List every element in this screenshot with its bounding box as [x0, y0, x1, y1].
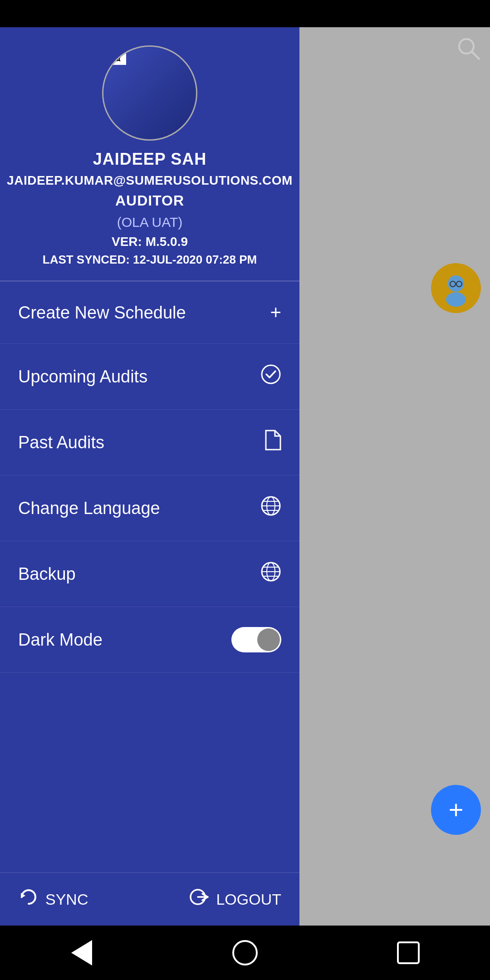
drawer-panel: JAIDEEP SAH JAIDEEP.KUMAR@SUMERUSOLUTION… — [0, 27, 299, 926]
globe-icon-language — [260, 495, 281, 521]
navigation-bar — [0, 926, 490, 980]
home-circle-icon — [232, 940, 258, 965]
avatar — [102, 45, 197, 141]
profile-version: VER: M.5.0.9 — [112, 235, 188, 249]
logout-button[interactable]: LOGOUT — [189, 887, 281, 912]
sync-button[interactable]: SYNC — [18, 887, 88, 912]
toggle-knob — [257, 628, 280, 651]
avatar-image — [103, 47, 196, 139]
menu-item-backup[interactable]: Backup — [0, 541, 299, 607]
fab-plus-icon: + — [449, 797, 464, 823]
menu-item-change-language-label: Change Language — [18, 499, 160, 518]
bottom-bar: SYNC LOGOUT — [0, 872, 299, 926]
avatar-image-icon — [108, 51, 126, 65]
dark-mode-toggle[interactable] — [231, 627, 281, 652]
back-triangle-icon — [71, 940, 92, 965]
logout-label: LOGOUT — [216, 891, 281, 908]
svg-line-15 — [472, 52, 479, 59]
nav-back-button[interactable] — [64, 935, 100, 971]
profile-header: JAIDEEP SAH JAIDEEP.KUMAR@SUMERUSOLUTION… — [0, 27, 299, 281]
fab-add-button[interactable]: + — [431, 785, 481, 835]
menu-items: Create New Schedule + Upcoming Audits Pa… — [0, 282, 299, 872]
menu-item-upcoming-audits-label: Upcoming Audits — [18, 367, 147, 387]
plus-icon: + — [270, 302, 281, 323]
globe-icon-backup — [260, 561, 281, 587]
menu-item-create-schedule-label: Create New Schedule — [18, 303, 186, 323]
menu-item-upcoming-audits[interactable]: Upcoming Audits — [0, 344, 299, 410]
profile-role: AUDITOR — [115, 192, 184, 209]
document-icon — [264, 430, 281, 455]
svg-point-0 — [262, 365, 280, 383]
profile-tenant: (OLA UAT) — [117, 215, 182, 230]
nav-home-button[interactable] — [227, 935, 263, 971]
menu-item-dark-mode-label: Dark Mode — [18, 630, 103, 650]
profile-name: JAIDEEP SAH — [93, 150, 206, 169]
logout-icon — [189, 887, 210, 912]
profile-email: JAIDEEP.KUMAR@SUMERUSOLUTIONS.COM — [7, 173, 293, 188]
search-icon[interactable] — [456, 36, 481, 66]
status-bar — [0, 0, 490, 27]
nav-recents-button[interactable] — [390, 935, 426, 971]
menu-item-dark-mode[interactable]: Dark Mode — [0, 607, 299, 673]
profile-last-synced: LAST SYNCED: 12-JUL-2020 07:28 PM — [43, 253, 257, 267]
sync-icon — [18, 887, 39, 912]
main-content-panel: + — [299, 27, 490, 926]
menu-item-past-audits-label: Past Audits — [18, 433, 104, 452]
menu-item-past-audits[interactable]: Past Audits — [0, 410, 299, 475]
svg-point-18 — [446, 292, 466, 307]
recents-square-icon — [397, 941, 420, 964]
menu-item-create-schedule[interactable]: Create New Schedule + — [0, 282, 299, 344]
floating-user-avatar[interactable] — [431, 263, 481, 313]
menu-item-change-language[interactable]: Change Language — [0, 475, 299, 541]
menu-item-backup-label: Backup — [18, 564, 76, 584]
checkmark-circle-icon — [260, 364, 281, 389]
sync-label: SYNC — [45, 891, 88, 908]
